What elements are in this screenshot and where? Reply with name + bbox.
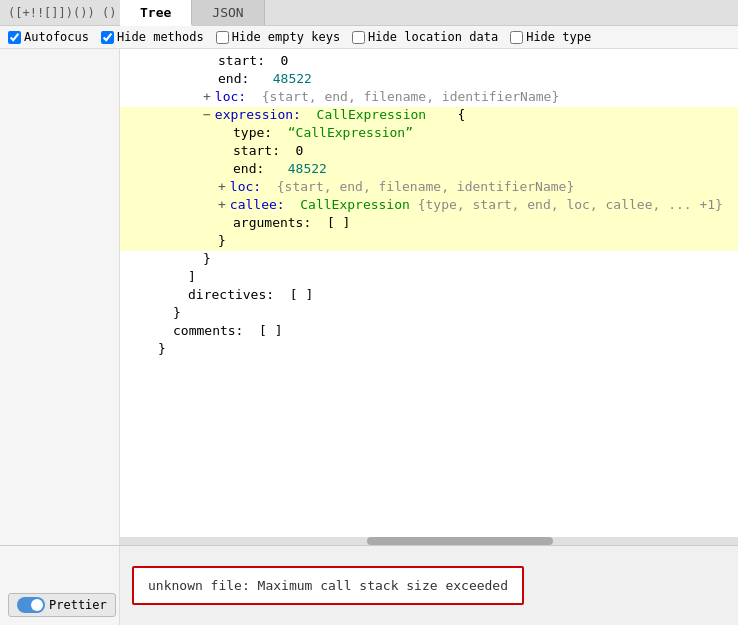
- expand-icon[interactable]: +: [203, 89, 211, 104]
- code-line: start: 0: [120, 53, 738, 71]
- collapse-icon[interactable]: −: [203, 107, 211, 122]
- prettier-button[interactable]: Prettier: [8, 593, 116, 617]
- code-line-highlighted: arguments: [ ]: [120, 215, 738, 233]
- tab-bar: ([+!![]])()) () Tree JSON: [0, 0, 738, 26]
- hide-empty-keys-checkbox-label[interactable]: Hide empty keys: [216, 30, 340, 44]
- hide-methods-checkbox[interactable]: [101, 31, 114, 44]
- code-line: directives: [ ]: [120, 287, 738, 305]
- autofocus-checkbox-label[interactable]: Autofocus: [8, 30, 89, 44]
- code-line: ]: [120, 269, 738, 287]
- hide-location-data-checkbox[interactable]: [352, 31, 365, 44]
- tab-json[interactable]: JSON: [192, 0, 264, 25]
- prettier-label: Prettier: [49, 598, 107, 612]
- bottom-panel: Prettier unknown file: Maximum call stac…: [0, 545, 738, 625]
- hide-type-checkbox[interactable]: [510, 31, 523, 44]
- code-line: + loc: {start, end, filename, identifier…: [120, 89, 738, 107]
- hide-type-checkbox-label[interactable]: Hide type: [510, 30, 591, 44]
- hide-location-data-label: Hide location data: [368, 30, 498, 44]
- hide-empty-keys-label: Hide empty keys: [232, 30, 340, 44]
- code-line-highlighted: − expression: CallExpression {: [120, 107, 738, 125]
- tab-tree[interactable]: Tree: [120, 0, 192, 26]
- expand-icon[interactable]: +: [218, 197, 226, 212]
- scrollbar-thumb[interactable]: [367, 537, 552, 545]
- hide-methods-checkbox-label[interactable]: Hide methods: [101, 30, 204, 44]
- hide-type-label: Hide type: [526, 30, 591, 44]
- code-line-highlighted: end: 48522: [120, 161, 738, 179]
- hide-location-data-checkbox-label[interactable]: Hide location data: [352, 30, 498, 44]
- error-message-box: unknown file: Maximum call stack size ex…: [132, 566, 524, 605]
- autofocus-checkbox[interactable]: [8, 31, 21, 44]
- code-line-highlighted: + callee: CallExpression {type, start, e…: [120, 197, 738, 215]
- code-line-highlighted: start: 0: [120, 143, 738, 161]
- bottom-left: Prettier: [0, 546, 120, 625]
- code-line-highlighted: + loc: {start, end, filename, identifier…: [120, 179, 738, 197]
- toolbar: Autofocus Hide methods Hide empty keys H…: [0, 26, 738, 49]
- left-code-preview: ([+!![]])()) (): [0, 0, 120, 25]
- prettier-toggle[interactable]: [17, 597, 45, 613]
- left-gutter: [0, 49, 120, 545]
- horizontal-scrollbar[interactable]: [120, 537, 738, 545]
- code-line: comments: [ ]: [120, 323, 738, 341]
- code-line-highlighted: }: [120, 233, 738, 251]
- hide-empty-keys-checkbox[interactable]: [216, 31, 229, 44]
- expand-icon[interactable]: +: [218, 179, 226, 194]
- code-line: }: [120, 305, 738, 323]
- error-message-text: unknown file: Maximum call stack size ex…: [148, 578, 508, 593]
- code-line: }: [120, 341, 738, 359]
- main-area: start: 0 end: 48522 + loc: {start, end, …: [0, 49, 738, 545]
- bottom-right: unknown file: Maximum call stack size ex…: [120, 546, 738, 625]
- hide-methods-label: Hide methods: [117, 30, 204, 44]
- autofocus-label: Autofocus: [24, 30, 89, 44]
- code-line: end: 48522: [120, 71, 738, 89]
- code-line-highlighted: type: “CallExpression”: [120, 125, 738, 143]
- code-area[interactable]: start: 0 end: 48522 + loc: {start, end, …: [120, 49, 738, 545]
- code-line: }: [120, 251, 738, 269]
